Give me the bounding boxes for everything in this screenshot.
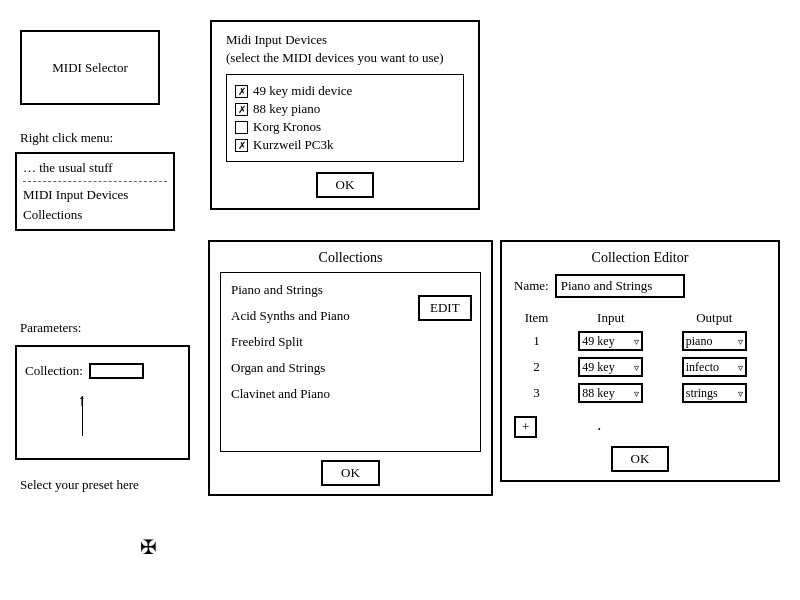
row-3-input[interactable]: 88 key ▿ bbox=[559, 380, 662, 406]
collection-editor-ok-button[interactable]: OK bbox=[611, 446, 670, 472]
dropdown-arrow-icon: ▿ bbox=[634, 362, 639, 373]
row-2-input-select[interactable]: 49 key ▿ bbox=[578, 357, 643, 377]
right-click-menu: … the usual stuff MIDI Input Devices Col… bbox=[15, 152, 175, 231]
collection-row: Collection: bbox=[25, 363, 144, 379]
collection-editor-title: Collection Editor bbox=[514, 250, 766, 266]
dropdown-arrow-icon: ▿ bbox=[634, 388, 639, 399]
row-1-output[interactable]: piano ▿ bbox=[663, 328, 766, 354]
collection-item-3[interactable]: Freebird Split bbox=[229, 329, 472, 355]
midi-devices-title: Midi Input Devices bbox=[226, 32, 464, 48]
midi-selector-box: MIDI Selector bbox=[20, 30, 160, 105]
row-2-input[interactable]: 49 key ▿ bbox=[559, 354, 662, 380]
collections-ok-button[interactable]: OK bbox=[321, 460, 380, 486]
device-list: ✗ 49 key midi device ✗ 88 key piano Korg… bbox=[226, 74, 464, 162]
edit-button[interactable]: EDIT bbox=[418, 295, 472, 321]
midi-selector-title: MIDI Selector bbox=[52, 60, 127, 76]
add-row-button[interactable]: + bbox=[514, 416, 537, 438]
device-label-3: Korg Kronos bbox=[253, 119, 321, 135]
row-3-input-select[interactable]: 88 key ▿ bbox=[578, 383, 643, 403]
collection-item-5[interactable]: Clavinet and Piano bbox=[229, 381, 472, 407]
row-2-output[interactable]: infecto ▿ bbox=[663, 354, 766, 380]
row-3-num: 3 bbox=[514, 380, 559, 406]
device-item-1[interactable]: ✗ 49 key midi device bbox=[235, 83, 455, 99]
device-item-4[interactable]: ✗ Kurzweil PC3k bbox=[235, 137, 455, 153]
checkbox-2[interactable]: ✗ bbox=[235, 103, 248, 116]
row-1-output-select[interactable]: piano ▿ bbox=[682, 331, 747, 351]
midi-devices-ok-button[interactable]: OK bbox=[316, 172, 375, 198]
collections-ok-row: OK bbox=[220, 460, 481, 486]
collection-editor-panel: Collection Editor Name: Item Input Outpu… bbox=[500, 240, 780, 482]
dropdown-arrow-icon: ▿ bbox=[738, 362, 743, 373]
table-row: 3 88 key ▿ strings ▿ bbox=[514, 380, 766, 406]
collection-input[interactable] bbox=[89, 363, 144, 379]
name-field[interactable] bbox=[555, 274, 685, 298]
row-1-input[interactable]: 49 key ▿ bbox=[559, 328, 662, 354]
row-2-output-select[interactable]: infecto ▿ bbox=[682, 357, 747, 377]
parameters-section-label: Parameters: bbox=[20, 320, 81, 336]
edit-button-area: EDIT bbox=[418, 295, 472, 321]
collections-title: Collections bbox=[220, 250, 481, 266]
menu-item-collections[interactable]: Collections bbox=[23, 205, 167, 225]
table-row: 1 49 key ▿ piano ▿ bbox=[514, 328, 766, 354]
checkbox-3[interactable] bbox=[235, 121, 248, 134]
dropdown-arrow-icon: ▿ bbox=[738, 388, 743, 399]
menu-divider bbox=[23, 181, 167, 182]
items-table: Item Input Output 1 49 key ▿ bbox=[514, 308, 766, 406]
midi-devices-ok-row: OK bbox=[226, 172, 464, 198]
menu-item-midi-input[interactable]: MIDI Input Devices bbox=[23, 185, 167, 205]
dropdown-arrow-icon: ▿ bbox=[634, 336, 639, 347]
device-item-3[interactable]: Korg Kronos bbox=[235, 119, 455, 135]
collection-item-4[interactable]: Organ and Strings bbox=[229, 355, 472, 381]
name-label: Name: bbox=[514, 278, 549, 294]
row-1-num: 1 bbox=[514, 328, 559, 354]
table-row: 2 49 key ▿ infecto ▿ bbox=[514, 354, 766, 380]
checkbox-1[interactable]: ✗ bbox=[235, 85, 248, 98]
right-click-label: Right click menu: bbox=[20, 130, 113, 146]
checkbox-4[interactable]: ✗ bbox=[235, 139, 248, 152]
select-preset-label: Select your preset here bbox=[20, 477, 139, 493]
row-1-input-select[interactable]: 49 key ▿ bbox=[578, 331, 643, 351]
dot-separator-editor: . bbox=[597, 416, 601, 434]
menu-item-usual[interactable]: … the usual stuff bbox=[23, 158, 167, 178]
parameters-panel: Collection: bbox=[15, 345, 190, 460]
name-row: Name: bbox=[514, 274, 766, 298]
device-label-2: 88 key piano bbox=[253, 101, 320, 117]
device-item-2[interactable]: ✗ 88 key piano bbox=[235, 101, 455, 117]
device-label-1: 49 key midi device bbox=[253, 83, 352, 99]
device-label-4: Kurzweil PC3k bbox=[253, 137, 334, 153]
arrow-tip-icon: ↓ bbox=[78, 393, 86, 411]
collection-editor-ok-row: OK bbox=[514, 446, 766, 472]
collection-label: Collection: bbox=[25, 363, 83, 379]
row-3-output-select[interactable]: strings ▿ bbox=[682, 383, 747, 403]
row-3-output[interactable]: strings ▿ bbox=[663, 380, 766, 406]
midi-devices-panel: Midi Input Devices (select the MIDI devi… bbox=[210, 20, 480, 210]
row-2-num: 2 bbox=[514, 354, 559, 380]
col-item-header: Item bbox=[514, 308, 559, 328]
col-input-header: Input bbox=[559, 308, 662, 328]
dropdown-arrow-icon: ▿ bbox=[738, 336, 743, 347]
col-output-header: Output bbox=[663, 308, 766, 328]
collections-panel: Collections Piano and Strings Acid Synth… bbox=[208, 240, 493, 496]
bird-icon: ✠ bbox=[140, 535, 157, 559]
midi-devices-subtitle: (select the MIDI devices you want to use… bbox=[226, 50, 464, 66]
